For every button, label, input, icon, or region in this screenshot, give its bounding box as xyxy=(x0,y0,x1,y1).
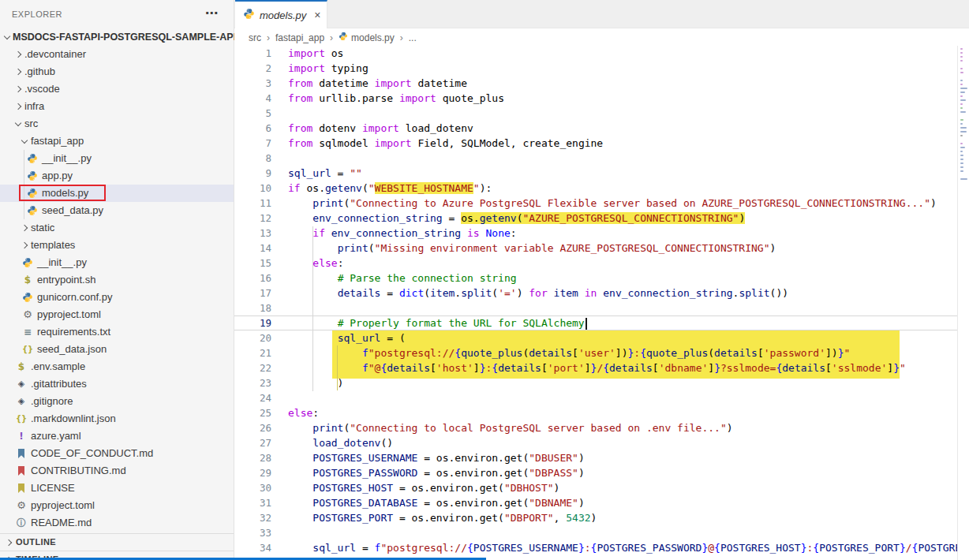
minimap-mark xyxy=(960,80,963,81)
line-number: 29 xyxy=(234,465,271,480)
line-number: 9 xyxy=(234,166,271,181)
tree-item-contributing-md[interactable]: CONTRIBUTING.md xyxy=(0,462,234,480)
code-text xyxy=(271,301,288,315)
tree-item-env-sample[interactable]: $.env.sample xyxy=(0,358,234,375)
code-text: sql_url = "" xyxy=(271,166,362,181)
code-line[interactable]: 25else: xyxy=(234,405,969,420)
code-line[interactable]: 20 sql_url = ( xyxy=(234,330,969,345)
minimap-mark xyxy=(960,88,967,89)
code-line[interactable]: 26 print("Connecting to local PostgreSQL… xyxy=(234,420,969,435)
tree-item-msdocs-fastapi-postgresql-sample-app-git[interactable]: MSDOCS-FASTAPI-POSTGRESQL-SAMPLE-APP [GI… xyxy=(0,28,234,46)
code-line[interactable]: 22 f"@{details['host']}:{details['port']… xyxy=(234,360,969,375)
tree-item-azure-yaml[interactable]: !azure.yaml xyxy=(0,427,234,445)
code-line[interactable]: 33 xyxy=(234,525,969,540)
line-number: 12 xyxy=(234,211,271,226)
tree-item-init-py[interactable]: __init__.py xyxy=(0,254,234,271)
line-number: 34 xyxy=(234,540,271,555)
tree-item-seed-data-py[interactable]: seed_data.py xyxy=(0,202,234,219)
tab-models-py[interactable]: models.py × xyxy=(235,0,327,28)
tree-item-init-py[interactable]: __init__.py xyxy=(0,150,234,167)
tree-item-seed-data-json[interactable]: {}seed_data.json xyxy=(0,341,234,358)
tree-item-src[interactable]: src xyxy=(0,115,234,133)
chevron-right-icon xyxy=(21,225,28,231)
tree-item-requirements-txt[interactable]: ≡requirements.txt xyxy=(0,323,234,341)
code-editor[interactable]: 1import os2import typing3from datetime i… xyxy=(234,46,969,560)
tree-item-static[interactable]: static xyxy=(0,219,234,237)
minimap-mark xyxy=(960,52,963,54)
tree-item-license[interactable]: LICENSE xyxy=(0,480,234,497)
tree-item-fastapi-app[interactable]: fastapi_app xyxy=(0,133,234,150)
code-line[interactable]: 27 load_dotenv() xyxy=(234,435,969,450)
code-line[interactable]: 14 print("Missing environment variable A… xyxy=(234,241,969,256)
code-line[interactable]: 9sql_url = "" xyxy=(234,166,969,181)
minimap-mark xyxy=(960,151,963,152)
code-line[interactable]: 8 xyxy=(234,151,969,166)
breadcrumb-item-models-py[interactable]: models.py xyxy=(339,32,395,43)
code-text: load_dotenv() xyxy=(271,435,393,450)
minimap[interactable] xyxy=(957,46,969,560)
breadcrumb-separator-icon: › xyxy=(400,32,403,43)
code-line[interactable]: 16 # Parse the connection string xyxy=(234,271,969,286)
tree-item-label: LICENSE xyxy=(31,480,75,497)
code-line[interactable]: 6from dotenv import load_dotenv xyxy=(234,121,969,136)
tree-item-label: __init__.py xyxy=(37,254,87,271)
code-line[interactable]: 18 xyxy=(234,301,969,315)
code-text: from urllib.parse import quote_plus xyxy=(271,91,504,106)
code-line[interactable]: 31 POSTGRES_DATABASE = os.environ.get("D… xyxy=(234,495,969,510)
outline-section-header[interactable]: OUTLINE xyxy=(0,533,234,551)
chevron-right-icon xyxy=(21,242,28,248)
code-line[interactable]: 2import typing xyxy=(234,61,969,76)
tree-item-pyproject-toml[interactable]: ⚙pyproject.toml xyxy=(0,497,234,514)
code-line[interactable]: 13 if env_connection_string is None: xyxy=(234,226,969,241)
code-line[interactable]: 3from datetime import datetime xyxy=(234,76,969,91)
code-line[interactable]: 24 xyxy=(234,390,969,405)
file-tree: MSDOCS-FASTAPI-POSTGRESQL-SAMPLE-APP [GI… xyxy=(0,28,234,532)
code-line[interactable]: 21 f"postgresql://{quote_plus(details['u… xyxy=(234,345,969,360)
code-line[interactable]: 30 POSTGRES_HOST = os.environ.get("DBHOS… xyxy=(234,480,969,495)
tree-item-github[interactable]: .github xyxy=(0,63,234,80)
code-line[interactable]: 29 POSTGRES_PASSWORD = os.environ.get("D… xyxy=(234,465,969,480)
code-line[interactable]: 4from urllib.parse import quote_plus xyxy=(234,91,969,106)
tree-item-code-of-conduct-md[interactable]: CODE_OF_CONDUCT.md xyxy=(0,445,234,462)
code-line[interactable]: 28 POSTGRES_USERNAME = os.environ.get("D… xyxy=(234,450,969,465)
breadcrumb-item-src[interactable]: src xyxy=(249,32,261,43)
code-text: # Parse the connection string xyxy=(271,271,517,286)
tree-item-pyproject-toml[interactable]: ⚙pyproject.toml xyxy=(0,306,234,323)
close-tab-icon[interactable]: × xyxy=(314,9,320,21)
tree-item-readme-md[interactable]: ⓘREADME.md xyxy=(0,514,234,532)
tree-item-label: .env.sample xyxy=(31,358,85,375)
tree-item-gitignore[interactable]: ◈.gitignore xyxy=(0,393,234,410)
code-line[interactable]: 32 POSTGRES_PORT = os.environ.get("DBPOR… xyxy=(234,510,969,525)
tree-item-label: .gitignore xyxy=(31,393,73,410)
code-line[interactable]: 34 sql_url = f"postgresql://{POSTGRES_US… xyxy=(234,540,969,555)
code-line[interactable]: 12 env_connection_string = os.getenv("AZ… xyxy=(234,211,969,226)
code-line[interactable]: 11 print("Connecting to Azure PostgreSQL… xyxy=(234,196,969,211)
code-line[interactable]: 7from sqlmodel import Field, SQLModel, c… xyxy=(234,136,969,151)
tree-item-models-py[interactable]: models.py xyxy=(0,185,234,202)
code-line[interactable]: 23 ) xyxy=(234,375,969,390)
code-text: POSTGRES_PASSWORD = os.environ.get("DBPA… xyxy=(271,465,585,480)
tree-item-vscode[interactable]: .vscode xyxy=(0,80,234,98)
python-icon xyxy=(339,32,348,43)
code-line[interactable]: 5 xyxy=(234,106,969,121)
tree-item-app-py[interactable]: app.py xyxy=(0,167,234,185)
code-line[interactable]: 1import os xyxy=(234,46,969,61)
tree-item-infra[interactable]: infra xyxy=(0,98,234,115)
line-number: 2 xyxy=(234,61,271,76)
tree-item-label: entrypoint.sh xyxy=(37,271,95,289)
tree-item-gitattributes[interactable]: ◈.gitattributes xyxy=(0,375,234,393)
breadcrumb-item-[interactable]: ... xyxy=(409,32,417,43)
code-line[interactable]: 10if os.getenv("WEBSITE_HOSTNAME"): xyxy=(234,181,969,196)
tree-item-devcontainer[interactable]: .devcontainer xyxy=(0,46,234,63)
tree-item-templates[interactable]: templates xyxy=(0,237,234,254)
minimap-mark xyxy=(960,159,963,160)
code-line[interactable]: 19 # Properly format the URL for SQLAlch… xyxy=(234,315,969,330)
more-actions-icon[interactable]: ⋯ xyxy=(205,0,218,27)
tree-item-entrypoint-sh[interactable]: $entrypoint.sh xyxy=(0,271,234,289)
code-line[interactable]: 17 details = dict(item.split('=') for it… xyxy=(234,286,969,301)
line-number: 13 xyxy=(234,226,271,241)
code-line[interactable]: 15 else: xyxy=(234,256,969,271)
tree-item-gunicorn-conf-py[interactable]: gunicorn.conf.py xyxy=(0,289,234,306)
tree-item-markdownlint-json[interactable]: {}.markdownlint.json xyxy=(0,410,234,427)
breadcrumb-item-fastapi-app[interactable]: fastapi_app xyxy=(275,32,324,43)
